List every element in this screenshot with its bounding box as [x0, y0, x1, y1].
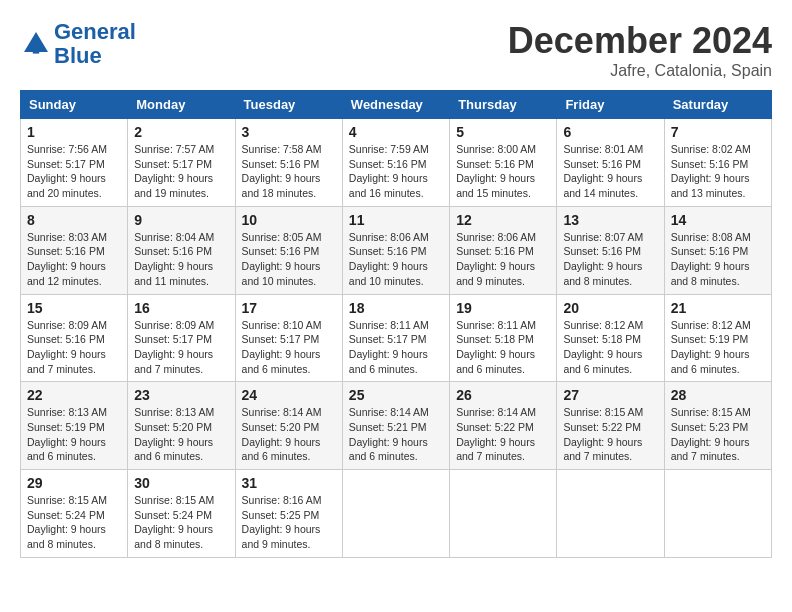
day-number: 3 [242, 124, 336, 140]
calendar-cell: 25 Sunrise: 8:14 AM Sunset: 5:21 PM Dayl… [342, 382, 449, 470]
day-info: Sunrise: 8:10 AM Sunset: 5:17 PM Dayligh… [242, 318, 336, 377]
month-title: December 2024 [508, 20, 772, 62]
day-number: 2 [134, 124, 228, 140]
weekday-header-thursday: Thursday [450, 91, 557, 119]
calendar-cell: 12 Sunrise: 8:06 AM Sunset: 5:16 PM Dayl… [450, 206, 557, 294]
day-number: 25 [349, 387, 443, 403]
day-info: Sunrise: 7:56 AM Sunset: 5:17 PM Dayligh… [27, 142, 121, 201]
calendar-cell: 7 Sunrise: 8:02 AM Sunset: 5:16 PM Dayli… [664, 119, 771, 207]
logo-line2: Blue [54, 43, 102, 68]
day-info: Sunrise: 7:59 AM Sunset: 5:16 PM Dayligh… [349, 142, 443, 201]
calendar-cell: 17 Sunrise: 8:10 AM Sunset: 5:17 PM Dayl… [235, 294, 342, 382]
day-info: Sunrise: 8:07 AM Sunset: 5:16 PM Dayligh… [563, 230, 657, 289]
calendar-cell: 28 Sunrise: 8:15 AM Sunset: 5:23 PM Dayl… [664, 382, 771, 470]
day-number: 13 [563, 212, 657, 228]
day-number: 26 [456, 387, 550, 403]
day-number: 29 [27, 475, 121, 491]
calendar-cell: 10 Sunrise: 8:05 AM Sunset: 5:16 PM Dayl… [235, 206, 342, 294]
day-number: 9 [134, 212, 228, 228]
weekday-header-monday: Monday [128, 91, 235, 119]
calendar-cell: 11 Sunrise: 8:06 AM Sunset: 5:16 PM Dayl… [342, 206, 449, 294]
calendar-cell: 20 Sunrise: 8:12 AM Sunset: 5:18 PM Dayl… [557, 294, 664, 382]
calendar-cell: 8 Sunrise: 8:03 AM Sunset: 5:16 PM Dayli… [21, 206, 128, 294]
calendar-cell: 4 Sunrise: 7:59 AM Sunset: 5:16 PM Dayli… [342, 119, 449, 207]
day-number: 5 [456, 124, 550, 140]
calendar-cell [342, 470, 449, 558]
calendar-cell [450, 470, 557, 558]
logo: General Blue [20, 20, 136, 68]
weekday-header-row: SundayMondayTuesdayWednesdayThursdayFrid… [21, 91, 772, 119]
day-info: Sunrise: 8:06 AM Sunset: 5:16 PM Dayligh… [456, 230, 550, 289]
day-info: Sunrise: 8:13 AM Sunset: 5:19 PM Dayligh… [27, 405, 121, 464]
day-info: Sunrise: 8:14 AM Sunset: 5:21 PM Dayligh… [349, 405, 443, 464]
calendar-cell [557, 470, 664, 558]
day-number: 14 [671, 212, 765, 228]
calendar-cell: 9 Sunrise: 8:04 AM Sunset: 5:16 PM Dayli… [128, 206, 235, 294]
calendar-week-row: 29 Sunrise: 8:15 AM Sunset: 5:24 PM Dayl… [21, 470, 772, 558]
calendar-cell: 30 Sunrise: 8:15 AM Sunset: 5:24 PM Dayl… [128, 470, 235, 558]
day-number: 10 [242, 212, 336, 228]
day-info: Sunrise: 8:15 AM Sunset: 5:24 PM Dayligh… [134, 493, 228, 552]
day-number: 19 [456, 300, 550, 316]
day-number: 17 [242, 300, 336, 316]
calendar-cell: 15 Sunrise: 8:09 AM Sunset: 5:16 PM Dayl… [21, 294, 128, 382]
calendar-week-row: 22 Sunrise: 8:13 AM Sunset: 5:19 PM Dayl… [21, 382, 772, 470]
calendar-cell: 22 Sunrise: 8:13 AM Sunset: 5:19 PM Dayl… [21, 382, 128, 470]
calendar-week-row: 8 Sunrise: 8:03 AM Sunset: 5:16 PM Dayli… [21, 206, 772, 294]
day-info: Sunrise: 8:11 AM Sunset: 5:18 PM Dayligh… [456, 318, 550, 377]
day-number: 8 [27, 212, 121, 228]
day-number: 7 [671, 124, 765, 140]
calendar-cell: 5 Sunrise: 8:00 AM Sunset: 5:16 PM Dayli… [450, 119, 557, 207]
calendar-cell: 1 Sunrise: 7:56 AM Sunset: 5:17 PM Dayli… [21, 119, 128, 207]
day-info: Sunrise: 8:06 AM Sunset: 5:16 PM Dayligh… [349, 230, 443, 289]
day-number: 28 [671, 387, 765, 403]
calendar-cell: 29 Sunrise: 8:15 AM Sunset: 5:24 PM Dayl… [21, 470, 128, 558]
day-info: Sunrise: 8:02 AM Sunset: 5:16 PM Dayligh… [671, 142, 765, 201]
day-info: Sunrise: 8:12 AM Sunset: 5:19 PM Dayligh… [671, 318, 765, 377]
page-header: General Blue December 2024 Jafre, Catalo… [20, 20, 772, 80]
day-info: Sunrise: 8:04 AM Sunset: 5:16 PM Dayligh… [134, 230, 228, 289]
day-number: 21 [671, 300, 765, 316]
weekday-header-saturday: Saturday [664, 91, 771, 119]
day-number: 24 [242, 387, 336, 403]
calendar-cell: 13 Sunrise: 8:07 AM Sunset: 5:16 PM Dayl… [557, 206, 664, 294]
calendar-cell: 18 Sunrise: 8:11 AM Sunset: 5:17 PM Dayl… [342, 294, 449, 382]
day-info: Sunrise: 8:15 AM Sunset: 5:22 PM Dayligh… [563, 405, 657, 464]
logo-line1: General [54, 19, 136, 44]
day-number: 22 [27, 387, 121, 403]
day-info: Sunrise: 8:08 AM Sunset: 5:16 PM Dayligh… [671, 230, 765, 289]
weekday-header-wednesday: Wednesday [342, 91, 449, 119]
day-info: Sunrise: 8:13 AM Sunset: 5:20 PM Dayligh… [134, 405, 228, 464]
day-number: 23 [134, 387, 228, 403]
day-number: 4 [349, 124, 443, 140]
day-info: Sunrise: 7:58 AM Sunset: 5:16 PM Dayligh… [242, 142, 336, 201]
day-number: 20 [563, 300, 657, 316]
weekday-header-friday: Friday [557, 91, 664, 119]
calendar-cell: 23 Sunrise: 8:13 AM Sunset: 5:20 PM Dayl… [128, 382, 235, 470]
day-number: 1 [27, 124, 121, 140]
day-number: 18 [349, 300, 443, 316]
day-number: 11 [349, 212, 443, 228]
logo-icon [20, 28, 52, 60]
day-number: 15 [27, 300, 121, 316]
day-number: 12 [456, 212, 550, 228]
calendar-cell: 16 Sunrise: 8:09 AM Sunset: 5:17 PM Dayl… [128, 294, 235, 382]
day-info: Sunrise: 7:57 AM Sunset: 5:17 PM Dayligh… [134, 142, 228, 201]
day-number: 30 [134, 475, 228, 491]
weekday-header-sunday: Sunday [21, 91, 128, 119]
day-info: Sunrise: 8:14 AM Sunset: 5:20 PM Dayligh… [242, 405, 336, 464]
calendar-week-row: 15 Sunrise: 8:09 AM Sunset: 5:16 PM Dayl… [21, 294, 772, 382]
calendar-cell: 31 Sunrise: 8:16 AM Sunset: 5:25 PM Dayl… [235, 470, 342, 558]
calendar-cell: 6 Sunrise: 8:01 AM Sunset: 5:16 PM Dayli… [557, 119, 664, 207]
day-info: Sunrise: 8:05 AM Sunset: 5:16 PM Dayligh… [242, 230, 336, 289]
calendar-cell: 2 Sunrise: 7:57 AM Sunset: 5:17 PM Dayli… [128, 119, 235, 207]
weekday-header-tuesday: Tuesday [235, 91, 342, 119]
calendar-table: SundayMondayTuesdayWednesdayThursdayFrid… [20, 90, 772, 558]
calendar-cell: 14 Sunrise: 8:08 AM Sunset: 5:16 PM Dayl… [664, 206, 771, 294]
day-info: Sunrise: 8:11 AM Sunset: 5:17 PM Dayligh… [349, 318, 443, 377]
calendar-cell: 27 Sunrise: 8:15 AM Sunset: 5:22 PM Dayl… [557, 382, 664, 470]
day-info: Sunrise: 8:15 AM Sunset: 5:24 PM Dayligh… [27, 493, 121, 552]
calendar-cell: 21 Sunrise: 8:12 AM Sunset: 5:19 PM Dayl… [664, 294, 771, 382]
day-info: Sunrise: 8:01 AM Sunset: 5:16 PM Dayligh… [563, 142, 657, 201]
day-info: Sunrise: 8:00 AM Sunset: 5:16 PM Dayligh… [456, 142, 550, 201]
